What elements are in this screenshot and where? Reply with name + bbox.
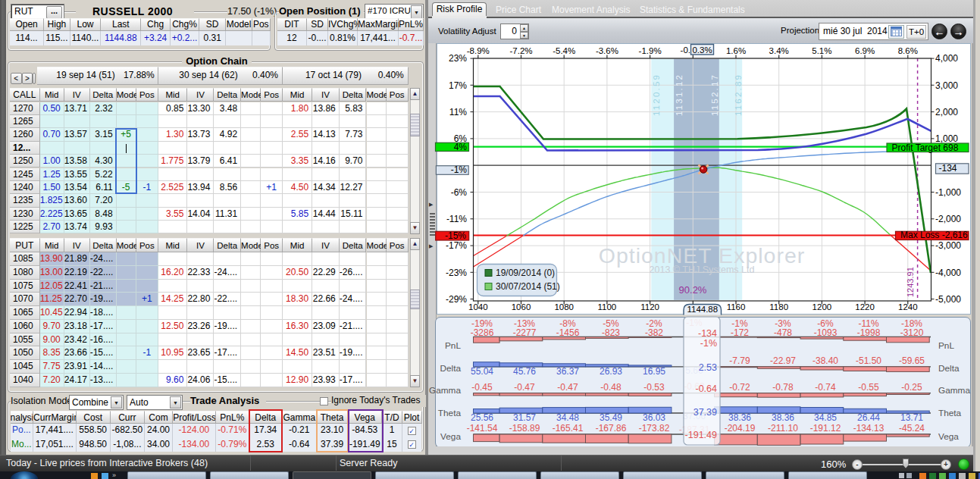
svg-text:-1%: -1% (700, 338, 717, 349)
svg-text:37.39: 37.39 (694, 407, 717, 418)
svg-text:-3286: -3286 (471, 327, 494, 338)
svg-text:3,000: 3,000 (935, 80, 958, 91)
svg-text:1152.17: 1152.17 (710, 74, 719, 116)
svg-text:-3,000: -3,000 (935, 240, 961, 251)
svg-text:-1,000: -1,000 (935, 187, 961, 198)
svg-text:-2,000: -2,000 (935, 214, 961, 224)
svg-text:PnL: PnL (445, 340, 461, 351)
svg-text:31.57: 31.57 (513, 412, 536, 423)
svg-text:34.48: 34.48 (556, 412, 579, 423)
svg-text:-23%: -23% (446, 268, 467, 278)
svg-text:-45.24: -45.24 (899, 423, 925, 434)
svg-text:34.85: 34.85 (814, 412, 837, 423)
svg-text:45.76: 45.76 (513, 366, 536, 377)
svg-text:-0.25: -0.25 (901, 382, 922, 393)
svg-text:-0.53: -0.53 (643, 382, 665, 393)
svg-text:-6%: -6% (451, 187, 468, 198)
svg-text:1120.59: 1120.59 (652, 74, 661, 116)
svg-text:17%: 17% (449, 80, 467, 91)
svg-text:-191.12: -191.12 (810, 423, 841, 434)
svg-text:Theta: Theta (438, 408, 462, 418)
svg-text:-17%: -17% (446, 240, 467, 251)
svg-text:-5.4%: -5.4% (553, 46, 575, 55)
svg-text:8.6%: 8.6% (898, 46, 918, 55)
svg-text:-1%: -1% (451, 164, 468, 175)
svg-text:-0.48: -0.48 (600, 382, 622, 393)
svg-text:Theta: Theta (938, 408, 962, 418)
svg-text:-0.64: -0.64 (696, 384, 718, 394)
svg-text:36.03: 36.03 (643, 412, 665, 423)
svg-text:5.1%: 5.1% (812, 46, 831, 55)
svg-text:-1456: -1456 (556, 327, 580, 338)
svg-text:-4,000: -4,000 (935, 268, 961, 278)
svg-text:19/09/2014 (0): 19/09/2014 (0) (496, 268, 555, 278)
svg-text:26.93: 26.93 (600, 366, 622, 377)
svg-text:Gamma: Gamma (429, 385, 461, 396)
svg-text:-823: -823 (602, 327, 620, 338)
svg-text:13.71: 13.71 (900, 412, 923, 423)
svg-text:1162.89: 1162.89 (734, 74, 743, 116)
svg-text:-0.47: -0.47 (557, 382, 578, 393)
svg-text:90.2%: 90.2% (679, 284, 707, 296)
svg-text:-59.65: -59.65 (899, 355, 925, 366)
svg-text:6.9%: 6.9% (855, 46, 875, 55)
svg-text:-1998: -1998 (857, 327, 881, 338)
svg-text:2.53: 2.53 (699, 362, 717, 373)
svg-text:-29%: -29% (446, 294, 467, 305)
svg-text:-211.10: -211.10 (768, 423, 798, 434)
svg-text:-172: -172 (731, 327, 749, 338)
svg-text:-158.89: -158.89 (509, 423, 540, 434)
svg-text:-1093: -1093 (814, 327, 838, 338)
svg-text:-478: -478 (774, 327, 792, 338)
svg-text:-3.6%: -3.6% (596, 46, 618, 55)
svg-text:-0.45: -0.45 (471, 382, 493, 393)
svg-text:-165.41: -165.41 (553, 423, 584, 434)
svg-text:-51.50: -51.50 (856, 355, 881, 366)
svg-text:-0.78: -0.78 (772, 382, 794, 393)
svg-text:Profit Target 698: Profit Target 698 (892, 142, 959, 153)
svg-text:Vega: Vega (440, 431, 461, 442)
svg-text:4%: 4% (454, 142, 468, 152)
svg-text:-38.40: -38.40 (812, 355, 838, 366)
svg-text:2013 © THJ Systems Ltd: 2013 © THJ Systems Ltd (650, 265, 755, 275)
svg-text:55.04: 55.04 (471, 366, 493, 377)
svg-text:-134.13: -134.13 (853, 423, 885, 434)
svg-text:Delta: Delta (938, 363, 960, 374)
svg-text:-22.97: -22.97 (770, 355, 796, 366)
svg-text:-141.54: -141.54 (467, 423, 498, 434)
svg-text:Max Loss -2,616: Max Loss -2,616 (900, 230, 968, 240)
svg-text:-0.: -0. (681, 45, 690, 55)
svg-text:3.4%: 3.4% (769, 46, 789, 55)
svg-text:-2277: -2277 (513, 327, 537, 338)
svg-text:1131.12: 1131.12 (675, 74, 684, 116)
svg-text:11%: 11% (449, 107, 467, 117)
svg-text:-11%: -11% (446, 214, 467, 224)
svg-text:23%: 23% (449, 53, 467, 64)
svg-text:25.56: 25.56 (471, 412, 493, 423)
svg-text:-167.86: -167.86 (596, 423, 627, 434)
svg-text:38.36: 38.36 (772, 412, 794, 423)
svg-text:1.6%: 1.6% (726, 46, 746, 55)
svg-text:16.95: 16.95 (643, 366, 665, 377)
svg-text:26.44: 26.44 (857, 412, 880, 423)
svg-text:-0.72: -0.72 (729, 382, 750, 393)
svg-text:PnL: PnL (938, 340, 954, 351)
svg-text:36.37: 36.37 (556, 366, 579, 377)
svg-text:-8.9%: -8.9% (467, 46, 490, 55)
svg-text:-7.79: -7.79 (729, 355, 750, 366)
svg-text:-191.49: -191.49 (685, 430, 717, 440)
svg-text:1144.88: 1144.88 (687, 305, 718, 314)
svg-text:-204.19: -204.19 (725, 423, 756, 434)
svg-text:0.3%: 0.3% (692, 45, 712, 55)
svg-text:4,000: 4,000 (935, 53, 958, 64)
svg-text:-134: -134 (698, 328, 717, 339)
svg-text:-5,000: -5,000 (935, 294, 961, 305)
svg-text:30/07/2014 (51): 30/07/2014 (51) (496, 281, 560, 292)
svg-text:-15%: -15% (445, 230, 466, 241)
svg-text:-0.55: -0.55 (858, 382, 879, 393)
svg-text:Gamma: Gamma (938, 385, 970, 396)
svg-text:-0.47: -0.47 (514, 382, 535, 393)
svg-text:-1.9%: -1.9% (639, 46, 662, 55)
svg-text:-7.2%: -7.2% (509, 46, 532, 55)
svg-text:-0.74: -0.74 (815, 382, 836, 393)
